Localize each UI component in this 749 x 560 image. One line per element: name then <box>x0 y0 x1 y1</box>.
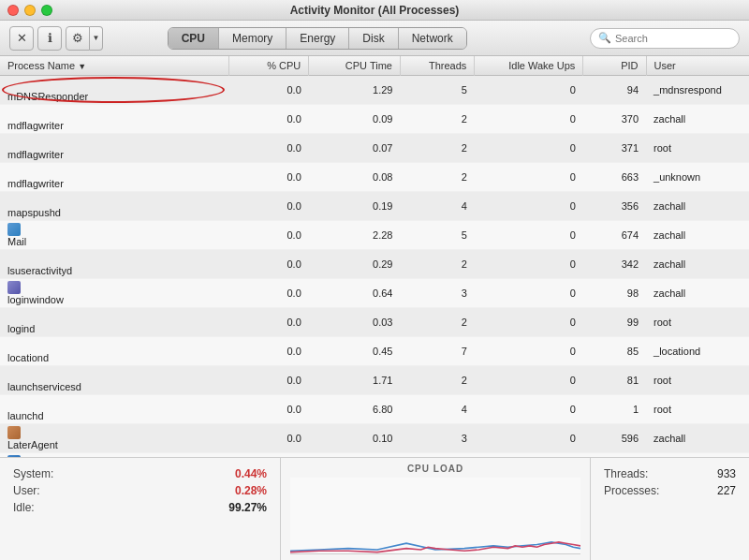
stat-label-user: User: <box>13 484 79 497</box>
process-name-text: locationd <box>7 352 49 363</box>
tab-energy[interactable]: Energy <box>286 28 349 49</box>
stat-label-system: System: <box>13 467 79 480</box>
pid-cell: 85 <box>583 337 646 366</box>
idle-cell: 0 <box>475 192 583 221</box>
threads-cell: 7 <box>400 337 474 366</box>
stop-button[interactable]: ✕ <box>9 26 34 51</box>
process-name-cell: lsuseractivityd <box>0 250 228 279</box>
col-header-cpu[interactable]: % CPU <box>228 56 308 76</box>
cputime-cell: 0.08 <box>309 163 401 192</box>
title-bar: Activity Monitor (All Processes) <box>0 0 749 21</box>
table-row[interactable]: locationd0.00.457085_locationd <box>0 337 749 366</box>
process-icon-loginwindow <box>7 281 21 294</box>
table-row[interactable]: mdflagwriter0.00.0920370zachall <box>0 105 749 134</box>
idle-cell: 0 <box>475 105 583 134</box>
window-controls <box>7 5 52 16</box>
stat-row-system: System: 0.44% <box>13 467 267 480</box>
gear-button[interactable]: ⚙ <box>66 26 90 51</box>
cpu-cell: 0.0 <box>228 134 308 163</box>
cputime-cell: 0.03 <box>309 308 401 337</box>
table-row[interactable]: lsuseractivityd0.00.2920342zachall <box>0 250 749 279</box>
threads-cell: 5 <box>400 221 474 250</box>
search-icon: 🔍 <box>598 32 611 44</box>
tab-network[interactable]: Network <box>399 28 466 49</box>
cpu-cell: 0.0 <box>228 366 308 395</box>
stat-label-processes: Processes: <box>604 484 659 497</box>
tab-disk[interactable]: Disk <box>349 28 398 49</box>
info-button[interactable]: ℹ <box>37 26 62 51</box>
col-header-threads[interactable]: Threads <box>400 56 474 76</box>
cpu-cell: 0.0 <box>228 337 308 366</box>
cpu-cell: 0.0 <box>228 424 308 453</box>
process-name-cell: mdflagwriter <box>0 105 228 134</box>
table-row[interactable]: launchservicesd0.01.712081root <box>0 366 749 395</box>
pid-cell: 1 <box>583 395 646 424</box>
idle-cell: 0 <box>475 250 583 279</box>
threads-cell: 2 <box>400 105 474 134</box>
stat-label-threads: Threads: <box>604 467 648 480</box>
stat-label-idle: Idle: <box>13 501 79 514</box>
col-header-cputime[interactable]: CPU Time <box>309 56 401 76</box>
cputime-cell: 1.71 <box>309 366 401 395</box>
search-input[interactable] <box>615 33 731 44</box>
stat-row-threads: Threads: 933 <box>604 467 736 480</box>
minimize-button[interactable] <box>24 5 36 16</box>
main-content: Process Name ▼ % CPU CPU Time Threads Id… <box>0 56 749 560</box>
table-row[interactable]: LaterAgent0.00.1030596zachall <box>0 424 749 453</box>
table-row[interactable]: loginwindow0.00.643098zachall <box>0 279 749 308</box>
table-row[interactable]: mDNSResponder0.01.295094_mdnsrespond <box>0 76 749 105</box>
gear-dropdown-button[interactable]: ▼ <box>90 26 103 51</box>
user-cell: zachall <box>646 105 749 134</box>
process-name-text: launchd <box>7 410 44 421</box>
col-header-idle[interactable]: Idle Wake Ups <box>475 56 583 76</box>
user-cell: zachall <box>646 192 749 221</box>
table-row[interactable]: Mail0.02.2850674zachall <box>0 221 749 250</box>
idle-cell: 0 <box>475 366 583 395</box>
cputime-cell: 0.07 <box>309 134 401 163</box>
idle-cell: 0 <box>475 163 583 192</box>
table-row[interactable]: logind0.00.032099root <box>0 308 749 337</box>
cputime-cell: 0.10 <box>309 424 401 453</box>
process-name-cell: mDNSResponder <box>0 76 228 105</box>
bottom-right-stats: Threads: 933 Processes: 227 <box>590 458 749 560</box>
user-cell: root <box>646 134 749 163</box>
col-header-pid[interactable]: PID <box>583 56 646 76</box>
tab-memory[interactable]: Memory <box>219 28 286 49</box>
tab-cpu[interactable]: CPU <box>169 28 219 49</box>
process-name-cell: launchd <box>0 395 228 424</box>
col-header-process[interactable]: Process Name ▼ <box>0 56 228 76</box>
process-name-cell: Keychain Circle Notification <box>0 453 228 458</box>
maximize-button[interactable] <box>41 5 52 16</box>
close-button[interactable] <box>7 5 19 16</box>
col-header-user[interactable]: User <box>646 56 749 76</box>
stat-value-idle: 99.27% <box>228 501 267 514</box>
cputime-cell: 0.19 <box>309 192 401 221</box>
process-name-cell: LaterAgent <box>0 424 228 453</box>
user-cell: zachall <box>646 221 749 250</box>
pid-cell: 674 <box>583 221 646 250</box>
toolbar-left: ✕ ℹ ⚙ ▼ <box>9 26 103 51</box>
stat-value-system: 0.44% <box>235 467 267 480</box>
pid-cell: 94 <box>583 76 646 105</box>
process-table-wrapper[interactable]: Process Name ▼ % CPU CPU Time Threads Id… <box>0 56 749 457</box>
process-name-cell: logind <box>0 308 228 337</box>
user-cell: zachall <box>646 250 749 279</box>
idle-cell: 0 <box>475 395 583 424</box>
threads-cell: 2 <box>400 366 474 395</box>
threads-cell: 4 <box>400 192 474 221</box>
threads-cell: 2 <box>400 308 474 337</box>
process-name-text: LaterAgent <box>7 439 58 450</box>
cpu-cell: 0.0 <box>228 250 308 279</box>
table-row[interactable]: launchd0.06.80401root <box>0 395 749 424</box>
table-row[interactable]: mdflagwriter0.00.0720371root <box>0 134 749 163</box>
cpu-cell: 0.0 <box>228 192 308 221</box>
process-table: Process Name ▼ % CPU CPU Time Threads Id… <box>0 56 749 457</box>
process-icon-keychain <box>7 455 21 457</box>
threads-cell: 2 <box>400 134 474 163</box>
cputime-cell: 0.45 <box>309 337 401 366</box>
table-row[interactable]: mdflagwriter0.00.0820663_unknown <box>0 163 749 192</box>
user-cell: zachall <box>646 279 749 308</box>
bottom-chart: CPU LOAD <box>281 458 590 560</box>
user-cell: root <box>646 395 749 424</box>
table-row[interactable]: mapspushd0.00.1940356zachall <box>0 192 749 221</box>
